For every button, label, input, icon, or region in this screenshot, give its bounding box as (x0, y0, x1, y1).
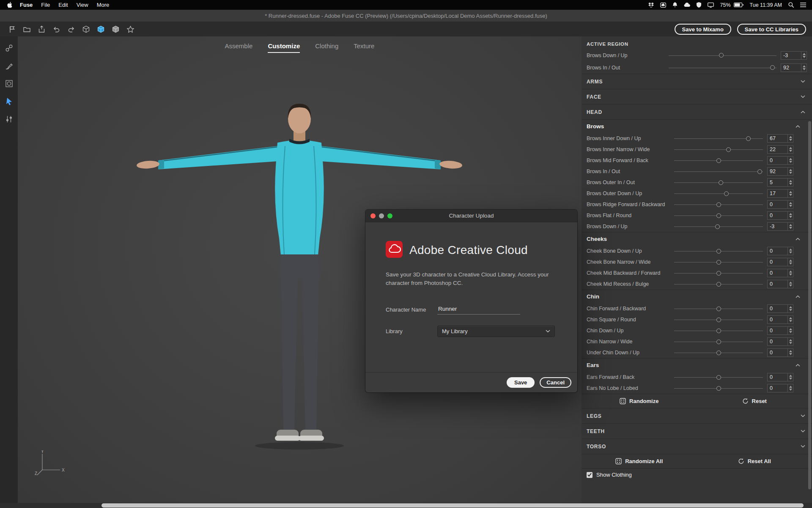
shield-icon[interactable] (697, 2, 701, 8)
stepper-buttons[interactable] (787, 212, 793, 219)
notification-center-icon[interactable] (800, 3, 806, 7)
slider-knob[interactable] (716, 340, 721, 344)
chevron-down-icon[interactable] (801, 430, 805, 433)
zoom-icon[interactable] (387, 213, 392, 218)
slider-knob[interactable] (716, 271, 721, 276)
library-select[interactable]: My Library (437, 326, 555, 337)
subsection-brows[interactable]: Brows (582, 119, 812, 133)
slider-track[interactable] (674, 224, 763, 229)
slider-value[interactable]: 0 (768, 280, 787, 288)
slider-knob[interactable] (715, 224, 720, 229)
slider-value[interactable]: 5 (768, 179, 787, 186)
chevron-up-icon[interactable] (796, 364, 800, 367)
slider-knob[interactable] (746, 136, 751, 141)
subsection-cheeks[interactable]: Cheeks (582, 232, 812, 246)
slider-knob[interactable] (716, 260, 721, 265)
window-titlebar[interactable]: * Runner-dressed.fuse - Adobe Fuse CC (P… (0, 10, 812, 22)
slider-value[interactable]: 0 (768, 373, 787, 381)
slider-value[interactable]: 92 (768, 168, 787, 175)
slider-track[interactable] (674, 202, 763, 207)
folder-icon[interactable] (21, 24, 33, 35)
slider-knob[interactable] (716, 386, 721, 391)
chevron-down-icon[interactable] (801, 95, 805, 98)
stepper-buttons[interactable] (787, 146, 793, 153)
stepper-buttons[interactable] (787, 338, 793, 345)
cube-solid-icon[interactable] (95, 24, 107, 35)
joint-tool-icon[interactable] (3, 41, 15, 54)
slider-track[interactable] (674, 306, 763, 311)
menubar-clock[interactable]: Tue 11:39 AM (750, 2, 782, 8)
slider-value[interactable]: 0 (768, 384, 787, 392)
slider-track[interactable] (674, 260, 763, 265)
spotlight-icon[interactable] (788, 2, 794, 8)
reset-all-button[interactable]: Reset All (697, 458, 812, 464)
stepper-buttons[interactable] (787, 269, 793, 277)
slider-track[interactable] (674, 375, 763, 380)
slider-track[interactable] (674, 328, 763, 333)
stepper-buttons[interactable] (801, 52, 807, 59)
apple-menu-icon[interactable] (3, 2, 16, 8)
slider-knob[interactable] (716, 158, 721, 163)
slider-value[interactable]: 22 (768, 146, 787, 153)
slider-knob[interactable] (757, 169, 762, 174)
slider-track[interactable] (674, 158, 763, 163)
character-name-input[interactable]: Runner (437, 305, 520, 315)
tab-clothing[interactable]: Clothing (315, 42, 338, 53)
slider-knob[interactable] (716, 375, 721, 380)
slider-track[interactable] (674, 180, 763, 185)
close-icon[interactable] (370, 213, 376, 218)
minimize-icon[interactable] (379, 213, 384, 218)
slider-value[interactable]: -3 (781, 52, 801, 59)
save-button[interactable]: Save (507, 377, 535, 388)
slider-knob[interactable] (716, 282, 721, 287)
stepper-buttons[interactable] (787, 247, 793, 255)
stepper-buttons[interactable] (787, 135, 793, 142)
cancel-button[interactable]: Cancel (540, 377, 571, 388)
randomize-button[interactable]: Randomize (582, 398, 697, 404)
slider-track[interactable] (674, 350, 763, 355)
stepper-buttons[interactable] (787, 201, 793, 208)
cube-textured-icon[interactable] (110, 24, 121, 35)
slider-knob[interactable] (716, 202, 721, 207)
chevron-up-icon[interactable] (796, 125, 800, 128)
adobe-cc-icon[interactable] (660, 3, 666, 8)
slider-value[interactable]: 0 (768, 327, 787, 334)
slider-track[interactable] (674, 213, 763, 218)
menu-file[interactable]: File (37, 2, 54, 8)
chevron-down-icon[interactable] (801, 80, 805, 83)
backup-cloud-icon[interactable] (684, 3, 690, 7)
slider-value[interactable]: -3 (768, 223, 787, 230)
stepper-buttons[interactable] (787, 280, 793, 288)
marker-icon[interactable] (6, 24, 18, 35)
stepper-buttons[interactable] (787, 179, 793, 186)
chevron-down-icon[interactable] (801, 414, 805, 417)
chevron-up-icon[interactable] (796, 237, 800, 240)
slider-value[interactable]: 92 (781, 64, 801, 72)
stepper-buttons[interactable] (787, 157, 793, 164)
slider-knob[interactable] (719, 53, 724, 58)
slider-knob[interactable] (716, 329, 721, 333)
stepper-buttons[interactable] (801, 64, 807, 72)
slider-track[interactable] (674, 339, 763, 344)
slider-track[interactable] (674, 136, 763, 141)
slider-value[interactable]: 17 (768, 190, 787, 197)
stepper-buttons[interactable] (787, 327, 793, 334)
paint-tool-icon[interactable] (3, 59, 15, 72)
slider-value[interactable]: 0 (768, 201, 787, 208)
tab-texture[interactable]: Texture (354, 42, 374, 53)
dialog-titlebar[interactable]: Character Upload (365, 210, 577, 222)
dropbox-icon[interactable] (648, 3, 654, 8)
stepper-buttons[interactable] (787, 349, 793, 356)
slider-track[interactable] (674, 147, 763, 152)
stepper-buttons[interactable] (787, 190, 793, 197)
slider-track[interactable] (674, 271, 763, 276)
slider-knob[interactable] (726, 147, 731, 152)
slider-value[interactable]: 0 (768, 269, 787, 277)
show-clothing-checkbox[interactable] (587, 472, 593, 478)
slider-value[interactable]: 0 (768, 338, 787, 345)
slider-track[interactable] (674, 317, 763, 322)
stepper-buttons[interactable] (787, 316, 793, 323)
slider-value[interactable]: 0 (768, 258, 787, 266)
slider-value[interactable]: 0 (768, 157, 787, 164)
chevron-up-icon[interactable] (801, 110, 805, 113)
